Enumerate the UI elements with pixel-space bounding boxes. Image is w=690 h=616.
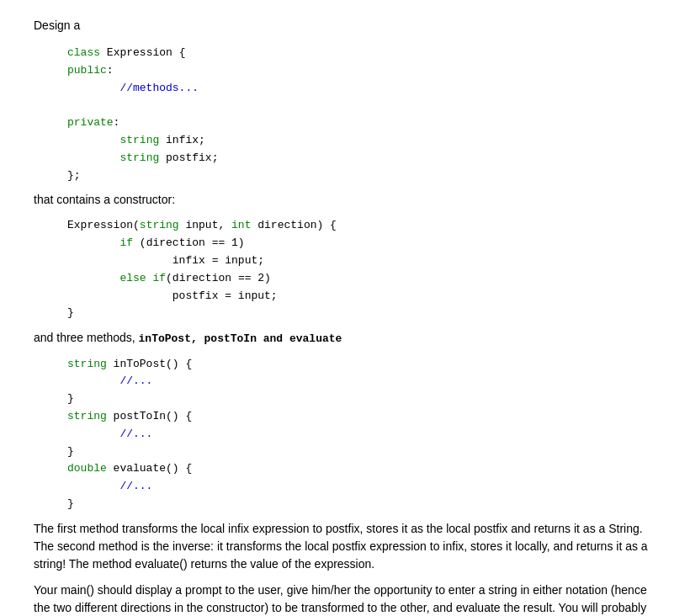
code-line-private: private: bbox=[67, 114, 656, 132]
method-evaluate-sig: double evaluate() { bbox=[67, 460, 656, 478]
code-line-infix-decl: string infix; bbox=[67, 132, 656, 150]
kw-string-ret1: string bbox=[67, 358, 107, 370]
constructor-code-block: Expression(string input, int direction) … bbox=[67, 217, 656, 322]
description1-paragraph: The first method transforms the local in… bbox=[34, 520, 656, 573]
constructor-postfix-assign: postfix = input; bbox=[67, 288, 656, 305]
constructor-close: } bbox=[67, 305, 656, 322]
kw-public: public bbox=[67, 64, 107, 77]
contains-constructor-text: that contains a constructor: bbox=[34, 191, 656, 209]
code-line-public: public: bbox=[67, 62, 656, 80]
comment-methods: //methods... bbox=[67, 82, 199, 94]
kw-if2: if bbox=[152, 272, 166, 284]
constructor-signature: Expression(string input, int direction) … bbox=[67, 217, 656, 235]
class-code-block: class Expression { public: //methods... … bbox=[67, 45, 656, 184]
method-posttoin-body: //... bbox=[67, 426, 656, 443]
code-line-close-brace: }; bbox=[67, 167, 656, 185]
kw-else: else bbox=[119, 272, 146, 284]
intro-paragraph: Design a bbox=[34, 17, 656, 35]
method-posttoin-sig: string postToIn() { bbox=[67, 408, 656, 426]
three-methods-paragraph: and three methods, inToPost, postToIn an… bbox=[34, 329, 656, 348]
method-intopost-close: } bbox=[67, 390, 656, 408]
intro-text: Design a bbox=[34, 19, 80, 32]
kw-string1: string bbox=[119, 134, 159, 146]
constructor-infix-assign: infix = input; bbox=[67, 252, 656, 270]
code-line-class: class Expression { bbox=[67, 45, 656, 62]
kw-if: if bbox=[119, 236, 133, 249]
kw-private: private bbox=[67, 116, 114, 129]
method-evaluate-close: } bbox=[67, 496, 656, 513]
code-line-postfix-decl: string postfix; bbox=[67, 150, 656, 167]
method-intopost-body: //... bbox=[67, 373, 656, 390]
kw-string-ret2: string bbox=[67, 410, 107, 422]
main-content: Design a class Expression { public: //me… bbox=[34, 17, 656, 616]
comment-posttoin: //... bbox=[67, 427, 152, 440]
kw-string-input: string bbox=[140, 219, 179, 231]
method-intopost-sig: string inToPost() { bbox=[67, 356, 656, 374]
constructor-if: if (direction == 1) bbox=[67, 235, 656, 252]
method-posttoin-close: } bbox=[67, 443, 656, 461]
class-name: Expression { bbox=[107, 46, 186, 59]
kw-class: class bbox=[67, 46, 100, 59]
description2-paragraph: Your main() should display a prompt to t… bbox=[34, 581, 656, 616]
code-line-methods: //methods... bbox=[67, 80, 656, 98]
kw-double: double bbox=[67, 462, 107, 475]
kw-string2: string bbox=[119, 151, 159, 164]
kw-int: int bbox=[231, 219, 251, 231]
method-evaluate-body: //... bbox=[67, 478, 656, 496]
methods-code-block: string inToPost() { //... } string postT… bbox=[67, 356, 656, 513]
comment-intopost: //... bbox=[67, 374, 152, 387]
constructor-else-if: else if(direction == 2) bbox=[67, 270, 656, 288]
comment-evaluate: //... bbox=[67, 480, 152, 492]
method-names-inline: inToPost, postToIn and evaluate bbox=[139, 332, 342, 345]
